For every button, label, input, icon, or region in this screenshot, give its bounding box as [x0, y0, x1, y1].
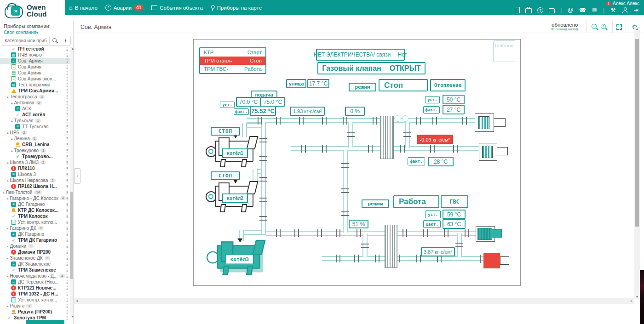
- item-menu-icon[interactable]: ⋮: [65, 47, 69, 51]
- tree-item[interactable]: ≡ДС Теремок (Нов...⋮: [0, 279, 70, 285]
- help-icon[interactable]: ?: [537, 7, 543, 13]
- expander-icon[interactable]: ▴: [7, 179, 9, 182]
- item-menu-icon[interactable]: ⋮: [65, 316, 69, 320]
- chat-icon[interactable]: [549, 8, 555, 13]
- tree-group[interactable]: ▴Теплотрасса3⋮: [0, 94, 70, 100]
- mail-icon[interactable]: ✉: [591, 7, 598, 13]
- expander-icon[interactable]: ▴: [7, 95, 9, 99]
- supply-setpoint-2[interactable]: 75.0 °C: [260, 97, 285, 107]
- tree-item[interactable]: Уст. контр. котло...⋮: [0, 219, 70, 225]
- tree-item[interactable]: ≡Сов.Армия⋮: [0, 64, 70, 70]
- tree-item[interactable]: ≡ТТ-Тульская⋮: [0, 124, 70, 130]
- profile-icon[interactable]: [622, 7, 627, 13]
- item-menu-icon[interactable]: ⋮: [65, 101, 69, 105]
- tree-item[interactable]: !ПЛК110⋮: [0, 165, 70, 171]
- item-menu-icon[interactable]: ⋮: [65, 178, 69, 183]
- tree-item[interactable]: ✔ПЧ сетевой⋮: [0, 46, 70, 52]
- vertical-scrollbar[interactable]: ▲ ▼: [634, 27, 640, 299]
- item-menu-icon[interactable]: ⋮: [65, 310, 69, 314]
- tree-item[interactable]: CRB_Lenina⋮: [0, 142, 70, 148]
- tree-group[interactable]: ▴Лев-Толстой14⋮: [0, 189, 70, 195]
- item-menu-icon[interactable]: ⋮: [65, 148, 69, 153]
- search-menu-icon[interactable]: ⋮: [61, 38, 70, 44]
- item-menu-icon[interactable]: ⋮: [65, 274, 69, 279]
- user-menu[interactable]: ! Алекс Алекс: [606, 1, 639, 6]
- tools-icon[interactable]: ⚒: [610, 7, 616, 13]
- item-menu-icon[interactable]: ⋮: [65, 214, 69, 219]
- tree-group[interactable]: ▴Гагарино ДК2⋮: [0, 225, 70, 231]
- tree-item[interactable]: ТРМ Сов.Армии...⋮: [0, 88, 70, 94]
- phone-icon[interactable]: ☎: [579, 7, 586, 13]
- item-menu-icon[interactable]: ⋮: [65, 125, 69, 129]
- expander-icon[interactable]: ▴: [7, 161, 9, 165]
- expander-icon[interactable]: ▴: [7, 131, 9, 135]
- item-menu-icon[interactable]: ⋮: [65, 154, 69, 159]
- tree-item[interactable]: ▤Тест прорамма⋮: [0, 82, 70, 88]
- boiler-1[interactable]: котёл1: [209, 136, 258, 166]
- item-menu-icon[interactable]: ⋮: [65, 232, 69, 237]
- tree-item[interactable]: ✔ТРМ Знаменское⋮: [0, 267, 70, 273]
- expander-icon[interactable]: ▴: [11, 101, 13, 105]
- expander-icon[interactable]: ▴: [11, 137, 13, 141]
- expander-icon[interactable]: ▴: [3, 191, 5, 194]
- tree-item[interactable]: ≡Сов. Армия⋮: [0, 58, 70, 64]
- item-menu-icon[interactable]: ⋮: [65, 83, 69, 87]
- document-icon[interactable]: [515, 7, 520, 13]
- item-menu-icon[interactable]: ⋮: [65, 256, 69, 261]
- vertical-scroll-thumb[interactable]: [635, 39, 639, 227]
- tree-item[interactable]: ≡ДК Гагарино⋮: [0, 231, 70, 237]
- heating-setpoint[interactable]: 50 °C: [443, 95, 465, 104]
- tree-group[interactable]: ▴Знаменское ДК2⋮: [0, 255, 70, 261]
- tree-item[interactable]: ≡АСК⋮: [0, 106, 70, 112]
- tree-item[interactable]: Радуга (ПР200)⋮: [0, 309, 70, 315]
- horizontal-scrollbar[interactable]: ◂▸: [74, 298, 634, 304]
- item-menu-icon[interactable]: ⋮: [65, 286, 69, 290]
- item-menu-icon[interactable]: ⋮: [65, 131, 69, 135]
- item-menu-icon[interactable]: ⋮: [65, 172, 69, 177]
- item-menu-icon[interactable]: ⋮: [65, 71, 69, 75]
- tree-item[interactable]: !КТР121 Новоче...⋮: [0, 285, 70, 291]
- item-menu-icon[interactable]: ⋮: [65, 53, 69, 57]
- zoom-in-icon[interactable]: +: [601, 24, 607, 30]
- nav-alarms[interactable]: ! Аварии 41: [105, 5, 144, 11]
- tree-item[interactable]: ✔Троекурово...⋮: [0, 153, 70, 159]
- expander-icon[interactable]: ▴: [7, 197, 9, 200]
- item-menu-icon[interactable]: ⋮: [65, 226, 69, 231]
- nav-devices-map[interactable]: Приборы на карте: [211, 5, 262, 11]
- item-menu-icon[interactable]: ⋮: [65, 65, 69, 69]
- tree-group[interactable]: ▴Домачи1⋮: [0, 243, 70, 249]
- gvs-mode-value[interactable]: Работа: [393, 195, 439, 208]
- tree-item[interactable]: !ТРМ 1032 - ДС Н...⋮: [0, 291, 70, 297]
- item-menu-icon[interactable]: ⋮: [65, 160, 69, 165]
- sidebar-scroll-thumb[interactable]: [70, 192, 73, 279]
- item-menu-icon[interactable]: ⋮: [65, 262, 69, 267]
- briefcase-icon[interactable]: [525, 8, 532, 13]
- tree-item[interactable]: ≡Школа 3⋮: [0, 171, 70, 177]
- item-menu-icon[interactable]: ⋮: [65, 59, 69, 63]
- tree-item[interactable]: ✔АСТ котёл⋮: [0, 112, 70, 118]
- item-menu-icon[interactable]: ⋮: [65, 89, 69, 93]
- expander-icon[interactable]: ▴: [7, 274, 9, 278]
- boiler-2[interactable]: котёл2: [209, 181, 258, 211]
- fullscreen-icon[interactable]: [616, 24, 622, 30]
- item-menu-icon[interactable]: ⋮: [65, 113, 69, 117]
- tree-group[interactable]: ▴Тульская1⋮: [0, 118, 70, 124]
- tree-item[interactable]: ✔ТРМ ДК Гагарино⋮: [0, 237, 70, 243]
- tree-group[interactable]: ▴Ленина1⋮: [0, 136, 70, 142]
- item-menu-icon[interactable]: ⋮: [65, 77, 69, 81]
- item-menu-icon[interactable]: ⋮: [65, 136, 69, 141]
- item-menu-icon[interactable]: ⋮: [65, 304, 69, 308]
- item-menu-icon[interactable]: ⋮: [65, 244, 69, 249]
- company-selector[interactable]: Своя компания▾: [4, 30, 39, 35]
- tree-item[interactable]: ▤ПЧВ ночью⋮: [0, 52, 70, 58]
- tree-item[interactable]: ≡Сов.Армия экон...⋮: [0, 76, 70, 82]
- tree-item[interactable]: Уст. контр. котло...⋮: [0, 297, 70, 303]
- tree-group[interactable]: ▴Троекурово1⋮: [0, 148, 70, 153]
- tree-item[interactable]: КТР ДС Колосок...⋮: [0, 207, 70, 213]
- item-menu-icon[interactable]: ⋮: [65, 208, 69, 213]
- tree-item[interactable]: ≡ДС Гагарино⋮: [0, 201, 70, 207]
- sidebar-scrollbar[interactable]: ▲ ▼: [70, 47, 73, 318]
- expander-icon[interactable]: ▴: [7, 244, 9, 248]
- tree-group[interactable]: ▴Новочемоданово - Д...4⋮: [0, 273, 70, 279]
- item-menu-icon[interactable]: ⋮: [65, 268, 69, 273]
